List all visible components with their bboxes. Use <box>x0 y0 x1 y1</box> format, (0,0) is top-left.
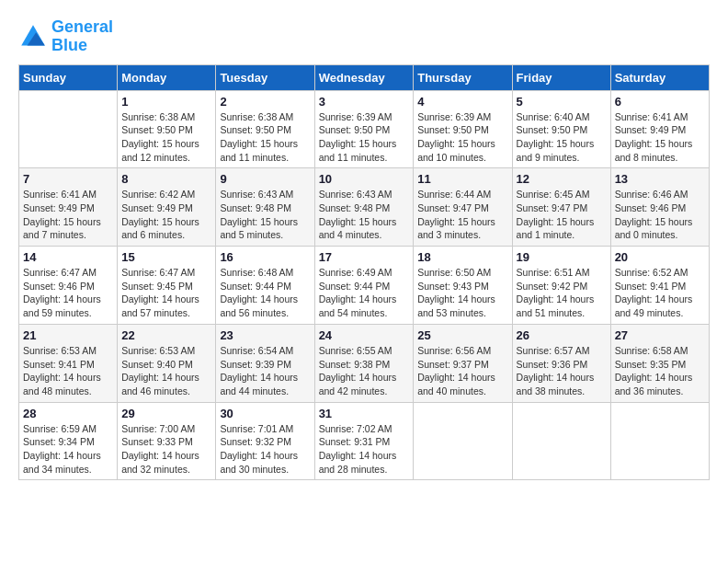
header-day-wednesday: Wednesday <box>314 64 414 90</box>
day-number: 5 <box>517 95 607 109</box>
cell-content: Sunrise: 6:39 AM Sunset: 9:50 PM Dayligh… <box>417 110 507 165</box>
cell-content: Sunrise: 6:52 AM Sunset: 9:41 PM Dayligh… <box>615 266 705 320</box>
header-day-tuesday: Tuesday <box>216 64 314 90</box>
day-number: 23 <box>220 328 310 342</box>
header-day-saturday: Saturday <box>610 64 709 90</box>
calendar-cell: 21Sunrise: 6:53 AM Sunset: 9:41 PM Dayli… <box>19 324 118 402</box>
header-day-thursday: Thursday <box>414 64 512 90</box>
day-number: 17 <box>319 250 410 264</box>
cell-content: Sunrise: 6:54 AM Sunset: 9:39 PM Dayligh… <box>220 344 310 398</box>
logo-text: General Blue <box>51 18 113 55</box>
calendar-cell: 13Sunrise: 6:46 AM Sunset: 9:46 PM Dayli… <box>610 168 709 247</box>
calendar-cell: 7Sunrise: 6:41 AM Sunset: 9:49 PM Daylig… <box>19 168 118 247</box>
calendar-week-1: 1Sunrise: 6:38 AM Sunset: 9:50 PM Daylig… <box>19 90 710 168</box>
cell-content: Sunrise: 6:44 AM Sunset: 9:47 PM Dayligh… <box>417 188 507 242</box>
day-number: 16 <box>220 250 310 264</box>
day-number: 6 <box>615 95 705 109</box>
calendar-cell: 18Sunrise: 6:50 AM Sunset: 9:43 PM Dayli… <box>414 247 512 325</box>
cell-content: Sunrise: 6:58 AM Sunset: 9:35 PM Dayligh… <box>615 344 705 398</box>
cell-content: Sunrise: 6:38 AM Sunset: 9:50 PM Dayligh… <box>121 110 211 165</box>
calendar-cell: 8Sunrise: 6:42 AM Sunset: 9:49 PM Daylig… <box>118 168 216 247</box>
calendar-cell: 25Sunrise: 6:56 AM Sunset: 9:37 PM Dayli… <box>414 324 512 402</box>
calendar-header-row: SundayMondayTuesdayWednesdayThursdayFrid… <box>19 64 710 90</box>
calendar-cell: 9Sunrise: 6:43 AM Sunset: 9:48 PM Daylig… <box>216 168 314 247</box>
day-number: 20 <box>615 250 705 264</box>
day-number: 13 <box>615 172 705 186</box>
day-number: 21 <box>23 328 113 342</box>
cell-content: Sunrise: 6:39 AM Sunset: 9:50 PM Dayligh… <box>319 110 410 165</box>
calendar-cell: 1Sunrise: 6:38 AM Sunset: 9:50 PM Daylig… <box>118 90 216 168</box>
cell-content: Sunrise: 6:59 AM Sunset: 9:34 PM Dayligh… <box>23 422 113 477</box>
calendar-cell: 10Sunrise: 6:43 AM Sunset: 9:48 PM Dayli… <box>314 168 414 247</box>
cell-content: Sunrise: 6:56 AM Sunset: 9:37 PM Dayligh… <box>417 344 507 398</box>
calendar-week-4: 21Sunrise: 6:53 AM Sunset: 9:41 PM Dayli… <box>19 324 710 402</box>
calendar-week-3: 14Sunrise: 6:47 AM Sunset: 9:46 PM Dayli… <box>19 247 710 325</box>
day-number: 7 <box>23 172 113 186</box>
calendar-cell: 27Sunrise: 6:58 AM Sunset: 9:35 PM Dayli… <box>610 324 709 402</box>
calendar-cell: 24Sunrise: 6:55 AM Sunset: 9:38 PM Dayli… <box>314 324 414 402</box>
calendar-cell: 16Sunrise: 6:48 AM Sunset: 9:44 PM Dayli… <box>216 247 314 325</box>
day-number: 8 <box>121 172 211 186</box>
calendar-cell: 19Sunrise: 6:51 AM Sunset: 9:42 PM Dayli… <box>512 247 610 325</box>
day-number: 28 <box>23 407 113 420</box>
calendar-cell: 15Sunrise: 6:47 AM Sunset: 9:45 PM Dayli… <box>118 247 216 325</box>
calendar-cell: 2Sunrise: 6:38 AM Sunset: 9:50 PM Daylig… <box>216 90 314 168</box>
cell-content: Sunrise: 6:49 AM Sunset: 9:44 PM Dayligh… <box>319 266 410 320</box>
cell-content: Sunrise: 6:48 AM Sunset: 9:44 PM Dayligh… <box>220 266 310 320</box>
cell-content: Sunrise: 6:53 AM Sunset: 9:41 PM Dayligh… <box>23 344 113 398</box>
day-number: 19 <box>517 250 607 264</box>
day-number: 25 <box>417 328 507 342</box>
calendar-cell <box>19 90 118 168</box>
calendar-cell: 22Sunrise: 6:53 AM Sunset: 9:40 PM Dayli… <box>118 324 216 402</box>
day-number: 27 <box>615 328 705 342</box>
day-number: 26 <box>517 328 607 342</box>
logo-icon <box>18 22 48 52</box>
calendar-cell <box>414 402 512 480</box>
calendar-cell: 4Sunrise: 6:39 AM Sunset: 9:50 PM Daylig… <box>414 90 512 168</box>
calendar-week-5: 28Sunrise: 6:59 AM Sunset: 9:34 PM Dayli… <box>19 402 710 480</box>
calendar-cell: 20Sunrise: 6:52 AM Sunset: 9:41 PM Dayli… <box>610 247 709 325</box>
day-number: 1 <box>121 95 211 109</box>
day-number: 24 <box>319 328 410 342</box>
header-day-friday: Friday <box>512 64 610 90</box>
page-header: General Blue <box>18 18 710 55</box>
cell-content: Sunrise: 6:51 AM Sunset: 9:42 PM Dayligh… <box>517 266 607 320</box>
day-number: 4 <box>417 95 507 109</box>
cell-content: Sunrise: 6:40 AM Sunset: 9:50 PM Dayligh… <box>517 110 607 165</box>
day-number: 22 <box>121 328 211 342</box>
calendar-table: SundayMondayTuesdayWednesdayThursdayFrid… <box>18 64 710 481</box>
header-day-monday: Monday <box>118 64 216 90</box>
calendar-cell <box>512 402 610 480</box>
cell-content: Sunrise: 6:38 AM Sunset: 9:50 PM Dayligh… <box>220 110 310 165</box>
cell-content: Sunrise: 6:43 AM Sunset: 9:48 PM Dayligh… <box>319 188 410 242</box>
day-number: 29 <box>121 407 211 420</box>
day-number: 2 <box>220 95 310 109</box>
day-number: 3 <box>319 95 410 109</box>
day-number: 11 <box>417 172 507 186</box>
calendar-cell: 14Sunrise: 6:47 AM Sunset: 9:46 PM Dayli… <box>19 247 118 325</box>
day-number: 15 <box>121 250 211 264</box>
day-number: 10 <box>319 172 410 186</box>
day-number: 9 <box>220 172 310 186</box>
calendar-cell: 17Sunrise: 6:49 AM Sunset: 9:44 PM Dayli… <box>314 247 414 325</box>
calendar-cell: 12Sunrise: 6:45 AM Sunset: 9:47 PM Dayli… <box>512 168 610 247</box>
header-day-sunday: Sunday <box>19 64 118 90</box>
cell-content: Sunrise: 6:50 AM Sunset: 9:43 PM Dayligh… <box>417 266 507 320</box>
cell-content: Sunrise: 7:00 AM Sunset: 9:33 PM Dayligh… <box>121 422 211 477</box>
calendar-cell: 6Sunrise: 6:41 AM Sunset: 9:49 PM Daylig… <box>610 90 709 168</box>
cell-content: Sunrise: 7:02 AM Sunset: 9:31 PM Dayligh… <box>319 422 410 477</box>
cell-content: Sunrise: 6:43 AM Sunset: 9:48 PM Dayligh… <box>220 188 310 242</box>
cell-content: Sunrise: 6:41 AM Sunset: 9:49 PM Dayligh… <box>23 188 113 242</box>
day-number: 31 <box>319 407 410 420</box>
day-number: 18 <box>417 250 507 264</box>
calendar-cell: 5Sunrise: 6:40 AM Sunset: 9:50 PM Daylig… <box>512 90 610 168</box>
cell-content: Sunrise: 6:53 AM Sunset: 9:40 PM Dayligh… <box>121 344 211 398</box>
cell-content: Sunrise: 6:45 AM Sunset: 9:47 PM Dayligh… <box>517 188 607 242</box>
calendar-cell: 29Sunrise: 7:00 AM Sunset: 9:33 PM Dayli… <box>118 402 216 480</box>
cell-content: Sunrise: 6:55 AM Sunset: 9:38 PM Dayligh… <box>319 344 410 398</box>
calendar-cell: 28Sunrise: 6:59 AM Sunset: 9:34 PM Dayli… <box>19 402 118 480</box>
cell-content: Sunrise: 7:01 AM Sunset: 9:32 PM Dayligh… <box>220 422 310 477</box>
calendar-cell <box>610 402 709 480</box>
calendar-cell: 30Sunrise: 7:01 AM Sunset: 9:32 PM Dayli… <box>216 402 314 480</box>
day-number: 14 <box>23 250 113 264</box>
